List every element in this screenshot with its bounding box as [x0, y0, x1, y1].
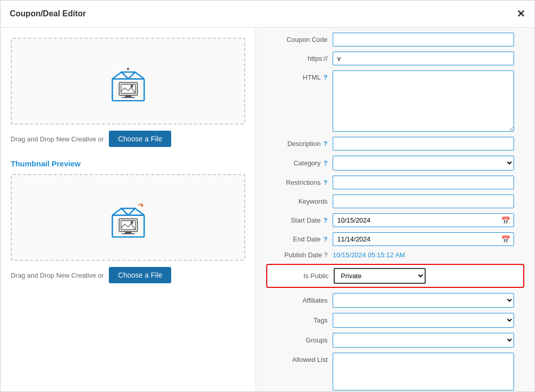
- groups-select[interactable]: [333, 333, 514, 348]
- affiliates-label: Affiliates: [266, 297, 333, 304]
- publish-date-value: 10/15/2024 05:15:12 AM: [333, 251, 405, 259]
- start-date-input[interactable]: [333, 213, 514, 227]
- drag-drop-text-main: Drag and Drop New Creative or: [11, 135, 104, 143]
- end-date-help-icon[interactable]: ?: [323, 235, 328, 243]
- tags-label: Tags: [266, 316, 333, 324]
- modal-container: Coupon/Deal Editor ✕: [0, 0, 535, 392]
- end-date-input[interactable]: [333, 232, 514, 246]
- svg-rect-13: [121, 220, 135, 230]
- category-select[interactable]: [333, 156, 514, 170]
- restrictions-help-icon[interactable]: ?: [323, 179, 328, 186]
- https-row: https://: [266, 52, 524, 65]
- drag-drop-row-thumbnail: Drag and Drop New Creative or Choose a F…: [11, 267, 245, 283]
- groups-row: Groups: [266, 333, 524, 348]
- affiliates-row: Affiliates: [266, 293, 524, 308]
- html-textarea[interactable]: [333, 70, 514, 132]
- https-input[interactable]: [333, 52, 514, 65]
- modal-title: Coupon/Deal Editor: [10, 9, 86, 18]
- category-help-icon[interactable]: ?: [323, 159, 328, 167]
- svg-rect-5: [121, 84, 135, 93]
- upload-box-icon: ✦: [105, 61, 151, 102]
- end-date-label: End Date ?: [266, 235, 333, 243]
- html-row: HTML ?: [266, 70, 524, 132]
- start-date-label: Start Date ?: [266, 216, 333, 224]
- tags-row: Tags: [266, 313, 524, 328]
- restrictions-label: Restrictions ?: [266, 179, 333, 186]
- start-date-wrap: 📅: [333, 213, 514, 227]
- tags-select[interactable]: [333, 313, 514, 328]
- modal-header: Coupon/Deal Editor ✕: [1, 1, 534, 28]
- restrictions-row: Restrictions ?: [266, 176, 524, 189]
- end-date-wrap: 📅: [333, 232, 514, 246]
- affiliates-select[interactable]: [333, 293, 514, 308]
- close-button[interactable]: ✕: [517, 8, 525, 20]
- end-date-calendar-icon[interactable]: 📅: [501, 235, 510, 243]
- description-row: Description ?: [266, 137, 524, 151]
- https-label: https://: [266, 55, 333, 62]
- coupon-code-label: Coupon Code: [266, 36, 333, 43]
- description-label: Description ?: [266, 140, 333, 148]
- start-date-calendar-icon[interactable]: 📅: [501, 216, 510, 225]
- keywords-input[interactable]: [333, 194, 514, 208]
- restrictions-input[interactable]: [333, 176, 514, 189]
- upload-area-main: ✦: [11, 38, 245, 125]
- start-date-help-icon[interactable]: ?: [323, 216, 328, 224]
- is-public-label: Is Public: [272, 272, 334, 280]
- upload-area-thumbnail: [11, 174, 245, 261]
- publish-date-help-icon[interactable]: ?: [324, 251, 328, 259]
- thumbnail-box-icon: [105, 197, 151, 238]
- html-help-icon[interactable]: ?: [323, 74, 328, 81]
- keywords-label: Keywords: [266, 198, 333, 205]
- category-row: Category ?: [266, 156, 524, 170]
- allowed-list-row: Allowed List: [266, 353, 524, 390]
- start-date-row: Start Date ? 📅: [266, 213, 524, 227]
- svg-point-6: [130, 85, 133, 87]
- drag-drop-text-thumbnail: Drag and Drop New Creative or: [11, 272, 104, 279]
- end-date-row: End Date ? 📅: [266, 232, 524, 246]
- groups-label: Groups: [266, 336, 333, 344]
- left-panel: ✦ Drag and Drop New Creative or Choose a…: [1, 28, 256, 392]
- is-public-row: Is Public Public Private: [266, 264, 524, 288]
- category-label: Category ?: [266, 159, 333, 167]
- svg-text:✦: ✦: [126, 66, 130, 72]
- publish-date-row: Publish Date ? 10/15/2024 05:15:12 AM: [266, 251, 524, 259]
- is-public-select[interactable]: Public Private: [334, 268, 426, 284]
- svg-point-14: [130, 221, 133, 224]
- description-help-icon[interactable]: ?: [323, 140, 328, 148]
- coupon-code-row: Coupon Code: [266, 33, 524, 46]
- modal-body: ✦ Drag and Drop New Creative or Choose a…: [1, 28, 534, 392]
- publish-date-label: Publish Date ?: [266, 251, 333, 259]
- description-input[interactable]: [333, 137, 514, 151]
- keywords-row: Keywords: [266, 194, 524, 208]
- drag-drop-row-main: Drag and Drop New Creative or Choose a F…: [11, 131, 245, 147]
- allowed-list-label: Allowed List: [266, 353, 333, 363]
- choose-file-button-thumbnail[interactable]: Choose a File: [109, 267, 171, 283]
- svg-marker-15: [140, 205, 144, 207]
- thumbnail-title: Thumbnail Preview: [11, 159, 245, 168]
- coupon-code-input[interactable]: [333, 33, 514, 46]
- allowed-list-select[interactable]: [333, 353, 514, 390]
- html-label: HTML ?: [266, 70, 333, 81]
- right-panel: Coupon Code https:// HTML ? Description: [256, 28, 534, 392]
- choose-file-button-main[interactable]: Choose a File: [109, 131, 171, 147]
